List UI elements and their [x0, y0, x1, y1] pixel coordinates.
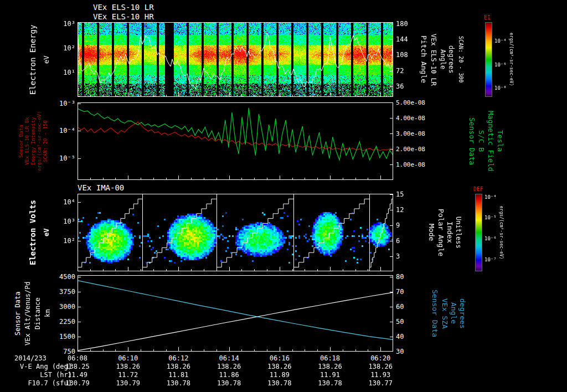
colorbar-tick-label: 10⁻⁶ [494, 62, 507, 68]
eph-left-label-sensor-data: Sensor Data [14, 275, 22, 352]
tick-mark [390, 337, 393, 337]
tick-mark [78, 267, 78, 271]
y-axis-tick-label: 10³ [51, 218, 75, 225]
tick-mark [115, 269, 116, 271]
els-ylabel-units: eV [43, 22, 50, 97]
tick-mark [355, 178, 356, 180]
y-axis-tick-label: 10² [51, 45, 75, 52]
tick-mark [78, 347, 78, 352]
y-axis-tick-label: 10⁻⁴ [51, 127, 75, 135]
bfield-left-label-units: ergs/(cm²-sr-sec-eV) [37, 102, 42, 180]
time-tick-label: 06:12 [168, 354, 188, 362]
els-right-label-pitch-angle: Pitch Angle [420, 22, 427, 97]
right-axis-tick-label: 1.00e-08 [396, 161, 425, 168]
tick-mark [153, 178, 154, 180]
tick-mark [241, 269, 242, 271]
tick-mark [141, 178, 141, 180]
tick-mark [78, 202, 81, 203]
plot-title-ima: VEx IMA-00 [78, 183, 124, 192]
vex-orbit-plot: VEx ELS-10 LR VEx ELS-10 HR VEx IMA-00 1… [0, 0, 567, 392]
tick-mark [128, 176, 128, 180]
y-axis-tick-label: 10⁻⁵ [51, 155, 75, 162]
tick-mark [343, 349, 343, 352]
ima-colorbar: 10⁻⁴10⁻⁵10⁻⁶10⁻⁷ [475, 194, 482, 271]
els-right-label-angle: Angle [439, 22, 446, 97]
tick-mark [141, 349, 141, 352]
tick-mark [390, 118, 393, 118]
tick-mark [229, 176, 230, 180]
tick-mark [380, 347, 381, 352]
right-axis-tick-label: 80 [396, 274, 404, 281]
tick-mark [292, 95, 293, 97]
right-axis-tick-label: 50 [396, 318, 404, 326]
eph-left-label-distance: Distance [34, 275, 42, 352]
tick-mark [343, 95, 343, 97]
tick-mark [267, 95, 267, 97]
tick-mark [128, 92, 128, 97]
els-right-label-instrument: VEx ELS-10 LR [430, 22, 437, 97]
els-right-label-degrees: degrees [447, 22, 455, 97]
tick-mark [166, 269, 167, 271]
tick-mark [292, 269, 293, 271]
tick-mark [267, 178, 267, 180]
tick-mark [153, 95, 154, 97]
eph-left-label-km: km [44, 275, 51, 352]
table-value: 138.26 [369, 363, 393, 370]
tick-mark [280, 92, 280, 97]
right-axis-tick-label: 70 [396, 288, 404, 296]
tick-mark [241, 178, 242, 180]
tick-mark [78, 176, 78, 180]
tick-mark [390, 292, 393, 292]
tick-mark [254, 178, 255, 180]
tick-mark [78, 322, 81, 322]
tick-mark [368, 349, 368, 352]
tick-mark [229, 92, 230, 97]
time-tick-label: 06:18 [320, 354, 340, 362]
right-axis-tick-label: 3 [396, 253, 400, 260]
bfield-right-label-tesla: Tesla [496, 102, 504, 180]
tick-mark [390, 86, 393, 87]
tick-mark [217, 178, 217, 180]
tick-mark [390, 256, 393, 257]
right-axis-tick-label: 4.00e-08 [396, 115, 425, 122]
tick-mark [178, 347, 179, 352]
tick-mark [254, 95, 255, 97]
tick-mark [267, 269, 267, 271]
colorbar-tick-label: 10⁻⁸ [494, 85, 507, 91]
tick-mark [355, 269, 356, 271]
tick-mark [305, 95, 305, 97]
tick-mark [393, 349, 393, 352]
ima-ylabel: Electron Volts [29, 194, 37, 271]
tick-mark [305, 269, 305, 271]
right-axis-tick-label: 2.00e-08 [396, 146, 425, 153]
colorbar-tick-label: 10⁻⁴ [494, 38, 507, 44]
right-axis-tick-label: 40 [396, 333, 404, 341]
tick-mark [78, 241, 81, 241]
right-axis-tick-label: 36 [396, 83, 404, 90]
y-axis-tick-label: 10³ [51, 20, 75, 28]
table-value: 138.25 [65, 363, 89, 370]
tick-mark [115, 95, 116, 97]
tick-mark [204, 178, 204, 180]
tick-mark [204, 349, 204, 352]
els-colorbar-title: EI [484, 14, 491, 20]
tick-mark [292, 349, 293, 352]
tick-mark [217, 95, 217, 97]
tick-mark [78, 104, 81, 104]
tick-mark [330, 176, 331, 180]
right-axis-tick-label: 6 [396, 238, 400, 245]
tick-mark [317, 349, 318, 352]
tick-mark [390, 71, 393, 71]
eph-right-label-sensor-data: Sensor Data [431, 275, 439, 352]
tick-mark [178, 92, 179, 97]
altitude-line [78, 292, 393, 350]
els-colorbar-gradient [485, 22, 492, 97]
ima-right-label-index: Index [446, 194, 453, 271]
els-spectrogram-canvas [78, 22, 393, 97]
tick-mark [78, 24, 81, 24]
tick-mark [103, 349, 104, 352]
right-axis-tick-label: 180 [396, 20, 408, 28]
eph-right-label-degrees: degrees [458, 275, 466, 352]
row-values-lst: 11.4911.7211.8111.8611.8911.9111.93 [78, 371, 393, 379]
colorbar-tick-label: 10⁻⁵ [484, 215, 497, 220]
